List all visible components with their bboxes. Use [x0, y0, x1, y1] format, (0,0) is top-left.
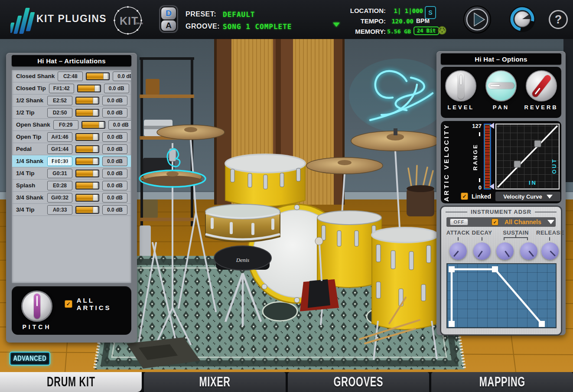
- sustain-time-knob[interactable]: [520, 242, 537, 260]
- tab-mixer[interactable]: MIXER: [144, 372, 286, 392]
- help-button[interactable]: ?: [549, 10, 568, 29]
- velocity-curve-dropdown[interactable]: Velocity Curve: [495, 192, 560, 201]
- velocity-range-bottom-handle[interactable]: [489, 183, 494, 189]
- slider-thumb[interactable]: [93, 207, 97, 213]
- slider-thumb[interactable]: [103, 73, 107, 79]
- slider-thumb[interactable]: [93, 158, 97, 164]
- articulation-note-box[interactable]: G#0:32: [47, 193, 72, 203]
- articulation-row[interactable]: Open TipA#1:460.0 dB: [12, 131, 131, 143]
- advanced-button[interactable]: ADVANCED: [10, 352, 50, 366]
- play-button[interactable]: [463, 5, 492, 34]
- reverb-knob[interactable]: [526, 70, 557, 101]
- da-toggle[interactable]: D A: [159, 5, 178, 33]
- pitch-label: PITCH: [21, 323, 52, 330]
- tab-mapping[interactable]: MAPPING: [431, 372, 573, 392]
- pitch-knob[interactable]: [21, 291, 52, 322]
- articulation-row[interactable]: 1/2 TipD2:500.0 dB: [12, 107, 131, 119]
- articulation-note-box[interactable]: F#1:42: [49, 84, 74, 93]
- pan-knob[interactable]: [485, 70, 517, 101]
- bit-depth-badge[interactable]: 24 Bit: [413, 26, 439, 35]
- articulation-volume-slider[interactable]: [86, 72, 110, 80]
- da-toggle-d[interactable]: D: [161, 7, 176, 20]
- articulation-row[interactable]: SplashE0:280.0 dB: [12, 180, 131, 192]
- articulation-row[interactable]: 1/4 ShankF#0:300.0 dB: [12, 155, 131, 167]
- curve-handle-low[interactable]: [514, 161, 521, 167]
- slider-thumb[interactable]: [93, 98, 97, 104]
- articulation-note-box[interactable]: A0:33: [47, 205, 72, 215]
- all-artics-checkbox[interactable]: [65, 300, 72, 308]
- articulation-row[interactable]: PedalG#1:440.0 dB: [12, 143, 131, 155]
- articulation-volume-slider[interactable]: [81, 121, 105, 129]
- env-release-handle[interactable]: [539, 321, 545, 327]
- snare-drum[interactable]: [205, 204, 280, 242]
- adsr-off-button[interactable]: OFF: [450, 219, 468, 225]
- slider-thumb[interactable]: [93, 183, 97, 189]
- adsr-channels-value[interactable]: All Channels: [505, 219, 541, 225]
- velocity-curve-grid[interactable]: IN OUT: [495, 124, 560, 189]
- volume-knob[interactable]: [509, 6, 536, 33]
- articulation-row[interactable]: Closed ShankC2:480.0 dB: [12, 70, 131, 82]
- curve-handle-high[interactable]: [534, 140, 541, 147]
- articulation-volume-slider[interactable]: [75, 182, 99, 189]
- articulation-note-box[interactable]: F#0:30: [47, 157, 72, 166]
- env-attack-handle[interactable]: [449, 266, 455, 272]
- tab-drum-kit[interactable]: DRUM KIT: [0, 372, 142, 392]
- articulation-volume-slider[interactable]: [77, 85, 101, 92]
- articulation-note-box[interactable]: D2:50: [47, 108, 72, 118]
- articulation-volume-slider[interactable]: [75, 97, 99, 105]
- rack-tom[interactable]: [225, 154, 305, 206]
- groove-value[interactable]: SONG 1 COMPLETE: [223, 23, 292, 31]
- articulation-note-box[interactable]: G#1:44: [47, 144, 72, 154]
- articulation-note-box[interactable]: F0:29: [53, 120, 78, 130]
- crash-cymbal-mid[interactable]: [306, 157, 383, 174]
- decay-knob[interactable]: [473, 242, 491, 260]
- articulation-volume-slider[interactable]: [75, 206, 99, 214]
- tab-label: MAPPING: [479, 374, 525, 390]
- da-toggle-a[interactable]: A: [161, 20, 176, 31]
- adsr-channels-checkbox[interactable]: [492, 219, 498, 225]
- articulations-panel-title: Hi Hat – Articulations: [12, 55, 131, 66]
- attack-knob[interactable]: [449, 242, 467, 260]
- articulations-panel: Hi Hat – Articulations Closed ShankC2:48…: [6, 53, 137, 343]
- slider-thumb[interactable]: [93, 195, 97, 201]
- articulation-row[interactable]: 1/4 TipG0:310.0 dB: [12, 167, 131, 180]
- articulation-row[interactable]: 3/4 TipA0:330.0 dB: [12, 204, 131, 216]
- slider-thumb[interactable]: [94, 85, 99, 91]
- env-sustain-handle[interactable]: [492, 266, 498, 272]
- articulation-volume-slider[interactable]: [75, 170, 99, 177]
- adsr-channels-chevron-icon[interactable]: [547, 220, 554, 224]
- env-start-handle[interactable]: [449, 321, 455, 327]
- articulation-gain-value: 0.0 dB: [102, 96, 127, 105]
- linked-checkbox[interactable]: [461, 193, 468, 200]
- release-knob[interactable]: [541, 242, 559, 260]
- solo-button[interactable]: S: [425, 6, 436, 19]
- velocity-range-meter[interactable]: [484, 124, 491, 189]
- tab-label: MIXER: [199, 374, 230, 390]
- articulation-note-box[interactable]: E2:52: [47, 96, 72, 105]
- articulation-volume-slider[interactable]: [75, 157, 99, 165]
- articulation-volume-slider[interactable]: [75, 109, 99, 117]
- articulation-volume-slider[interactable]: [75, 133, 99, 141]
- tab-grooves[interactable]: GROOVES: [288, 372, 430, 392]
- sustain-level-knob[interactable]: [496, 242, 514, 260]
- articulation-row[interactable]: 3/4 ShankG#0:320.0 dB: [12, 192, 131, 204]
- articulation-row[interactable]: Open ShankF0:290.0 dB: [12, 119, 131, 131]
- velocity-range-top-handle[interactable]: [489, 123, 494, 129]
- slider-thumb[interactable]: [99, 122, 103, 128]
- articulation-row[interactable]: Closed TipF#1:420.0 dB: [12, 82, 131, 95]
- preset-value[interactable]: DEFAULT: [223, 10, 255, 19]
- adsr-envelope[interactable]: [446, 263, 557, 328]
- articulation-volume-slider[interactable]: [75, 145, 99, 153]
- articulation-note-box[interactable]: C2:48: [58, 72, 83, 81]
- slider-thumb[interactable]: [93, 110, 97, 116]
- articulation-note-box[interactable]: A#1:46: [47, 132, 72, 142]
- slider-thumb[interactable]: [93, 170, 97, 176]
- articulation-note-box[interactable]: E0:28: [47, 181, 72, 190]
- articulation-note-box[interactable]: G0:31: [47, 169, 72, 178]
- slider-thumb[interactable]: [93, 134, 97, 140]
- slider-thumb[interactable]: [93, 146, 97, 152]
- articulation-row[interactable]: 1/2 ShankE2:520.0 dB: [12, 95, 131, 107]
- level-knob[interactable]: [445, 70, 476, 101]
- crash-cymbal-left[interactable]: [157, 125, 225, 140]
- articulation-volume-slider[interactable]: [75, 194, 99, 202]
